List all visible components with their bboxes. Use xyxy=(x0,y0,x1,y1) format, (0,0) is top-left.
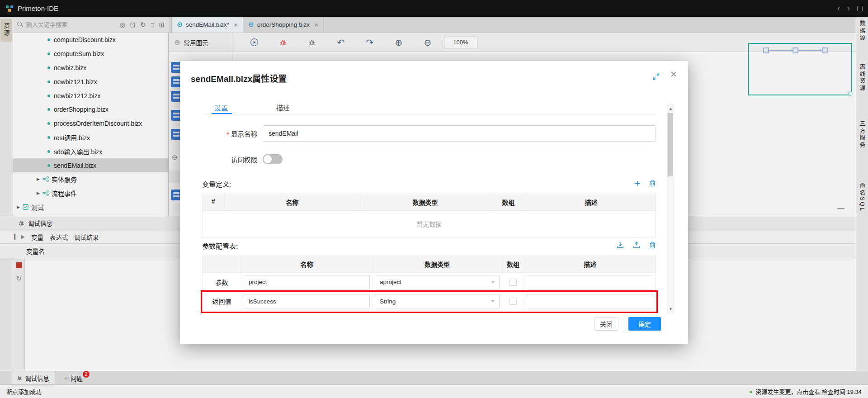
dialog-title: sendEMail.bizx属性设置 xyxy=(191,72,287,84)
return-name-input[interactable] xyxy=(244,294,370,308)
tab-description[interactable]: 描述 xyxy=(276,103,290,112)
import-icon[interactable] xyxy=(617,242,624,250)
array-checkbox[interactable] xyxy=(509,298,517,305)
required-mark: * xyxy=(226,131,229,138)
col-header: 数组 xyxy=(491,194,527,210)
param-desc-input[interactable] xyxy=(527,275,653,289)
delete-variable-icon[interactable] xyxy=(649,180,656,188)
return-value-row: 返回值 String xyxy=(203,292,656,311)
col-header: 数据类型 xyxy=(373,256,502,272)
row-kind-label: 返回值 xyxy=(212,297,231,306)
col-header: 名称 xyxy=(225,194,360,210)
display-name-label: *显示名称 xyxy=(202,129,257,138)
col-header: 描述 xyxy=(527,194,656,210)
param-row: 参数 aproject xyxy=(203,273,656,292)
param-name-input[interactable] xyxy=(244,275,370,289)
close-button[interactable]: 关闭 xyxy=(594,317,618,331)
params-table-header: 名称 数据类型 数组 描述 xyxy=(203,256,656,273)
params-section: 参数配置表: xyxy=(202,241,656,251)
dialog-scrollbar[interactable]: ▲ ▼ xyxy=(667,104,674,313)
add-variable-icon[interactable]: + xyxy=(634,179,640,189)
access-label: 访问权限 xyxy=(202,155,257,164)
row-kind-label: 参数 xyxy=(216,278,228,287)
variables-section-label: 变量定义: xyxy=(202,179,231,189)
params-table: 名称 数据类型 数组 描述 参数 aproject 返回值 String xyxy=(202,256,656,311)
scroll-up-icon[interactable]: ▲ xyxy=(668,107,674,111)
variables-section: 变量定义: + xyxy=(202,179,656,189)
col-header: 描述 xyxy=(524,256,656,272)
ok-button[interactable]: 确定 xyxy=(628,317,661,331)
properties-dialog: sendEMail.bizx属性设置 × 设置 描述 *显示名称 访问权限 变量… xyxy=(180,61,688,344)
col-header: 数组 xyxy=(502,256,524,272)
variables-table: # 名称 数据类型 数组 描述 暂无数据 xyxy=(202,194,656,237)
display-name-input[interactable] xyxy=(263,125,656,142)
col-header: # xyxy=(203,194,225,210)
tabs-divider xyxy=(202,114,656,114)
chevron-down-icon xyxy=(491,281,495,284)
delete-param-icon[interactable] xyxy=(649,242,656,250)
display-name-row: *显示名称 xyxy=(202,125,656,142)
tab-settings[interactable]: 设置 xyxy=(214,103,228,112)
return-desc-input[interactable] xyxy=(527,294,653,308)
scroll-down-icon[interactable]: ▼ xyxy=(668,307,674,311)
param-type-select[interactable]: aproject xyxy=(375,275,500,289)
col-header: 名称 xyxy=(241,256,373,272)
access-toggle[interactable] xyxy=(263,154,283,164)
col-header: 数据类型 xyxy=(360,194,491,210)
array-checkbox[interactable] xyxy=(509,279,517,286)
chevron-down-icon xyxy=(491,300,495,303)
variables-table-header: # 名称 数据类型 数组 描述 xyxy=(203,194,656,211)
scrollbar-thumb[interactable] xyxy=(668,113,673,176)
dialog-footer: 关闭 确定 xyxy=(202,317,661,331)
params-section-label: 参数配置表: xyxy=(202,241,238,251)
close-icon[interactable]: × xyxy=(670,69,677,80)
empty-placeholder: 暂无数据 xyxy=(203,211,656,237)
return-type-select[interactable]: String xyxy=(375,294,500,308)
export-icon[interactable] xyxy=(633,242,640,250)
col-header xyxy=(203,256,241,272)
access-row: 访问权限 xyxy=(202,152,656,166)
fullscreen-icon[interactable] xyxy=(653,73,660,80)
